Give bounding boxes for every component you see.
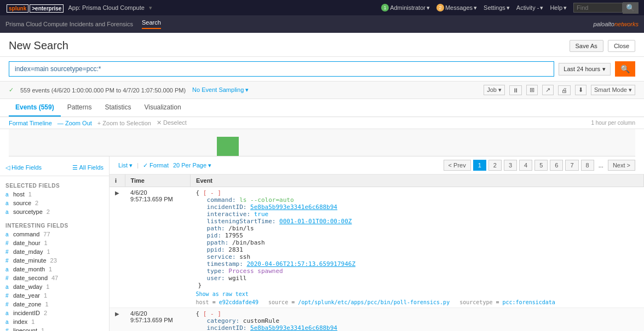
smart-mode-caret: ▾ <box>629 86 632 93</box>
kv-row: path: /bin/ls <box>207 225 639 232</box>
deselect-btn[interactable]: ✕ Deselect <box>157 119 187 126</box>
job-button[interactable]: Job ▾ <box>484 85 505 95</box>
event-json-header: { [ - ] <box>196 310 639 317</box>
find-input[interactable] <box>573 3 623 13</box>
page-5-btn[interactable]: 5 <box>534 160 548 171</box>
sidebar-selected-field-source[interactable]: asource2 <box>0 199 109 207</box>
page-6-btn[interactable]: 6 <box>550 160 563 171</box>
tab-statistics[interactable]: Statistics <box>98 99 137 117</box>
page-1-btn[interactable]: 1 <box>473 160 486 171</box>
time-cell: 4/6/20 9:57:13.659 PM <box>125 308 191 332</box>
dash-link[interactable]: [ - ] <box>203 310 221 317</box>
kv-row: interactive: true <box>207 211 639 218</box>
page-8-btn[interactable]: 8 <box>581 160 594 171</box>
kv-link-value[interactable]: 5e8ba5b993e3341e6c688b94 <box>250 324 337 331</box>
results-summary: 559 events (4/6/20 1:00:00.000 PM to 4/7… <box>20 87 186 94</box>
sidebar-interesting-field-incidentID[interactable]: aincidentID2 <box>0 309 109 317</box>
sidebar-interesting-field-date_wday[interactable]: adate_wday1 <box>0 282 109 291</box>
print-button[interactable]: 🖨 <box>558 85 571 95</box>
zoom-out-btn[interactable]: — Zoom Out <box>58 120 92 126</box>
field-name-label: date_zone <box>13 301 41 307</box>
field-count-label: 1 <box>28 191 32 198</box>
export-button[interactable]: ⬇ <box>575 85 586 95</box>
expand-icon[interactable]: ▶ <box>115 311 119 317</box>
help-nav[interactable]: Help ▾ <box>550 4 567 11</box>
settings-nav[interactable]: Settings ▾ <box>484 4 510 11</box>
expand-cell[interactable]: ▶ <box>110 308 125 332</box>
sidebar-selected-field-sourcetype[interactable]: asourcetype2 <box>0 207 109 216</box>
kv-link-value[interactable]: 2020-04-06T21:57:13.659917946Z <box>246 260 355 268</box>
time-picker-caret: ▾ <box>602 66 606 73</box>
prev-page-btn[interactable]: < Prev <box>444 160 471 171</box>
dash-link[interactable]: [ - ] <box>203 189 221 196</box>
sec-nav: Prisma Cloud Compute Incidents and Foren… <box>0 15 644 33</box>
search-button[interactable]: 🔍 <box>615 61 635 77</box>
messages-nav[interactable]: 2 Messages ▾ <box>436 4 477 11</box>
event-date: 4/6/20 <box>130 189 147 196</box>
kv-link-value[interactable]: 5e8ba5b993e3341e6c688b94 <box>250 204 337 211</box>
save-as-button[interactable]: Save As <box>570 40 603 52</box>
sidebar-interesting-field-date_minute[interactable]: #date_minute23 <box>0 256 109 265</box>
list-btn[interactable]: List ▾ <box>118 162 133 169</box>
format-timeline-btn[interactable]: Format Timeline <box>9 120 52 126</box>
sidebar-selected-field-host[interactable]: ahost1 <box>0 190 109 199</box>
timeline-left: Format Timeline — Zoom Out + Zoom to Sel… <box>9 119 187 126</box>
expand-cell[interactable]: ▶ <box>110 187 125 308</box>
kv-row: timestamp: 2020-04-06T21:57:13.659917946… <box>207 260 639 268</box>
admin-nav[interactable]: 1 Administrator ▾ <box>381 4 430 11</box>
format-btn[interactable]: ✓ Format <box>143 162 169 169</box>
page-3-btn[interactable]: 3 <box>504 160 517 171</box>
sidebar-interesting-field-date_month[interactable]: adate_month1 <box>0 265 109 274</box>
zoom-selection-btn[interactable]: + Zoom to Selection <box>97 120 151 126</box>
ellipsis: ... <box>596 160 606 170</box>
field-name-label: date_wday <box>13 283 42 290</box>
hide-fields-btn[interactable]: ◁ Hide Fields <box>5 164 42 171</box>
time-picker[interactable]: Last 24 hours ▾ <box>559 63 611 76</box>
search-input[interactable] <box>9 61 554 77</box>
page-7-btn[interactable]: 7 <box>565 160 578 171</box>
find-button[interactable]: 🔍 <box>623 2 639 14</box>
sidebar-interesting-field-date_hour[interactable]: #date_hour1 <box>0 239 109 247</box>
kv-row: pid: 17955 <box>207 232 639 239</box>
field-type-icon: # <box>5 328 11 332</box>
expand-icon[interactable]: ▶ <box>115 190 119 196</box>
search-tab-link[interactable]: Search <box>142 19 161 29</box>
activity-nav[interactable]: Activity - ▾ <box>516 4 544 11</box>
tab-events[interactable]: Events (559) <box>9 99 61 117</box>
share-button[interactable]: ↗ <box>542 85 554 95</box>
sidebar-interesting-field-date_second[interactable]: #date_second47 <box>0 274 109 282</box>
sidebar-interesting-field-linecount[interactable]: #linecount1 <box>0 326 109 331</box>
sidebar-interesting-field-command[interactable]: acommand77 <box>0 230 109 239</box>
next-page-btn[interactable]: Next > <box>608 160 635 171</box>
sidebar-interesting-field-index[interactable]: aindex1 <box>0 317 109 326</box>
kv-row: category: customRule <box>207 317 639 324</box>
field-name-label: date_minute <box>13 257 47 264</box>
close-button[interactable]: Close <box>608 40 635 52</box>
field-name-label: date_month <box>13 266 45 272</box>
header-actions: Save As Close <box>570 40 635 52</box>
sidebar-interesting-field-date_year[interactable]: #date_year1 <box>0 291 109 300</box>
app-name-label[interactable]: App: Prisma Cloud Compute <box>68 4 144 11</box>
tab-visualization[interactable]: Visualization <box>137 99 187 117</box>
show-raw-link[interactable]: Show as raw text <box>196 291 639 297</box>
kv-key: type: <box>207 268 225 275</box>
grid-button[interactable]: ⊞ <box>526 85 538 95</box>
field-type-icon: a <box>5 231 11 237</box>
bracket-close: } <box>198 282 639 289</box>
per-page-btn[interactable]: 20 Per Page ▾ <box>173 162 211 169</box>
tab-patterns[interactable]: Patterns <box>61 99 99 117</box>
col-event: Event <box>191 175 644 187</box>
sidebar-interesting-field-date_zone[interactable]: #date_zone1 <box>0 300 109 309</box>
all-fields-btn[interactable]: ☰ All Fields <box>72 164 104 171</box>
selected-fields-title: SELECTED FIELDS <box>0 181 109 190</box>
kv-link-value[interactable]: 0001-01-01T00:00:00Z <box>279 218 352 225</box>
page-4-btn[interactable]: 4 <box>519 160 532 171</box>
smart-mode-button[interactable]: Smart Mode ▾ <box>591 85 635 95</box>
no-sampling-btn[interactable]: No Event Sampling ▾ <box>192 86 249 94</box>
field-type-icon: a <box>5 200 11 206</box>
page-2-btn[interactable]: 2 <box>488 160 502 171</box>
sidebar-interesting-field-date_mday[interactable]: #date_mday1 <box>0 247 109 256</box>
time-range-label: Last 24 hours <box>564 66 600 72</box>
breadcrumb-link[interactable]: Prisma Cloud Compute Incidents and Foren… <box>5 21 133 27</box>
pause-button[interactable]: ⏸ <box>509 85 522 95</box>
